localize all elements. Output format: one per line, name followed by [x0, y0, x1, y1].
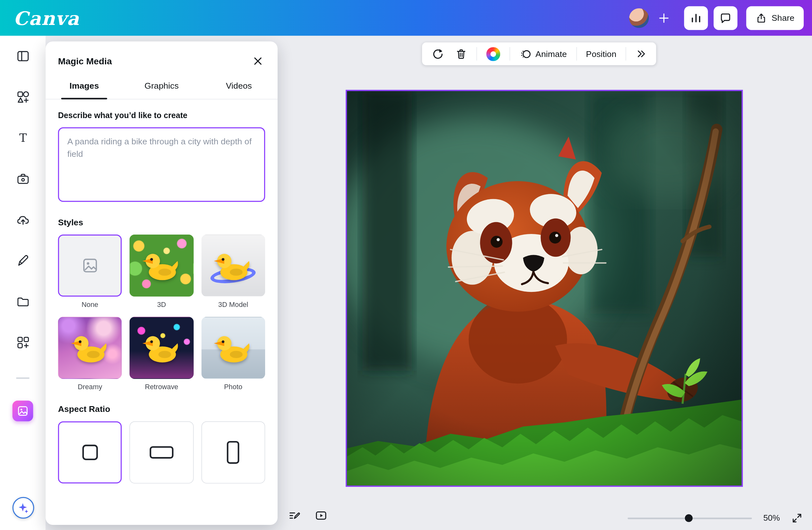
style-thumb-3d [130, 235, 193, 297]
aspect-option-landscape[interactable] [130, 422, 193, 484]
canva-editor: Canva [0, 0, 812, 530]
sidebar-item-apps[interactable] [0, 322, 45, 363]
styles-grid: None 3D 3D Model [58, 235, 265, 391]
more-tools-button[interactable] [632, 45, 651, 63]
color-wheel-icon [487, 47, 501, 61]
sidebar-item-design[interactable] [0, 36, 45, 77]
color-picker-button[interactable] [482, 45, 505, 63]
duck-illustration [143, 333, 181, 365]
close-icon [252, 56, 263, 66]
aspect-thumb-landscape [130, 422, 193, 484]
animate-icon [519, 48, 531, 60]
tab-graphics[interactable]: Graphics [123, 74, 200, 99]
share-label: Share [772, 13, 794, 23]
text-icon: T [16, 131, 30, 145]
style-thumb-retrowave [130, 317, 193, 379]
style-option-retrowave[interactable]: Retrowave [130, 317, 193, 391]
panel-header: Magic Media [45, 41, 278, 73]
aspect-ratio-grid [58, 422, 265, 484]
position-label: Position [586, 49, 617, 59]
position-button[interactable]: Position [582, 45, 621, 63]
media-type-tabs: Images Graphics Videos [45, 74, 278, 100]
portrait-ratio-icon [227, 441, 240, 464]
style-label: 3D [130, 301, 193, 309]
style-thumb-photo [201, 317, 265, 379]
duck-illustration [214, 333, 252, 365]
sidebar-item-draw[interactable] [0, 240, 45, 281]
duck-illustration [143, 251, 181, 283]
trash-icon [455, 48, 467, 60]
style-option-3d[interactable]: 3D [130, 235, 193, 309]
zoom-slider[interactable] [627, 517, 752, 519]
generated-image-red-panda[interactable] [347, 91, 742, 486]
document-controls [284, 506, 331, 525]
plus-icon [658, 12, 670, 24]
fullscreen-button[interactable] [791, 512, 803, 524]
presentation-play-icon [315, 509, 327, 522]
toolbar-divider [476, 47, 477, 60]
duck-illustration [71, 333, 109, 365]
magic-media-icon [17, 405, 29, 417]
tab-images[interactable]: Images [45, 74, 123, 99]
aspect-thumb-portrait [201, 422, 265, 484]
pen-icon [16, 254, 30, 268]
canva-assistant-button[interactable] [13, 497, 34, 519]
style-thumb-none [58, 235, 122, 297]
sidebar-item-uploads[interactable] [0, 200, 45, 240]
regenerate-button[interactable] [427, 45, 448, 63]
notes-button[interactable] [284, 506, 304, 525]
zoom-controls: 50% [627, 512, 803, 524]
comments-button[interactable] [714, 6, 737, 30]
prompt-input[interactable] [58, 127, 265, 202]
share-upload-icon [756, 12, 767, 24]
context-toolbar: Animate Position [422, 43, 656, 65]
sparkle-icon [17, 501, 29, 514]
add-member-button[interactable] [654, 9, 673, 27]
duck-illustration [214, 251, 252, 283]
zoom-slider-knob[interactable] [684, 514, 692, 522]
animate-label: Animate [535, 49, 567, 59]
close-panel-button[interactable] [251, 54, 265, 68]
design-icon [16, 49, 30, 63]
styles-label: Styles [58, 217, 265, 227]
style-option-3d-model[interactable]: 3D Model [201, 235, 265, 309]
top-bar-actions: Share [629, 6, 804, 30]
style-option-dreamy[interactable]: Dreamy [58, 317, 122, 391]
canva-logo[interactable]: Canva [13, 9, 79, 27]
style-label: Dreamy [58, 383, 122, 391]
shapes-icon [16, 90, 30, 104]
sidebar-item-elements[interactable] [0, 76, 45, 117]
aspect-option-portrait[interactable] [201, 422, 265, 484]
style-label: Retrowave [130, 383, 193, 391]
style-thumb-dreamy [58, 317, 122, 379]
toolbar-divider [509, 47, 510, 60]
image-placeholder-icon [82, 257, 98, 274]
bar-chart-icon [690, 12, 702, 24]
magic-media-panel: Magic Media Images Graphics Videos Descr… [45, 41, 278, 525]
sidebar: T [0, 36, 45, 530]
style-label: None [58, 301, 122, 309]
notes-icon [288, 509, 300, 522]
sidebar-item-text[interactable]: T [0, 117, 45, 159]
delete-button[interactable] [451, 45, 471, 63]
sidebar-item-magic-media[interactable] [13, 401, 33, 422]
prompt-label: Describe what you’d like to create [58, 111, 265, 120]
chat-bubble-icon [719, 12, 731, 24]
style-option-none[interactable]: None [58, 235, 122, 309]
square-ratio-icon [82, 444, 98, 460]
sidebar-item-projects[interactable] [0, 281, 45, 322]
panel-title: Magic Media [58, 56, 112, 67]
tab-videos[interactable]: Videos [200, 74, 278, 99]
insights-button[interactable] [684, 6, 708, 30]
style-option-photo[interactable]: Photo [201, 317, 265, 391]
animate-button[interactable]: Animate [515, 45, 571, 63]
toolbar-divider [576, 47, 577, 60]
present-button[interactable] [310, 506, 331, 525]
avatar[interactable] [629, 8, 649, 28]
sidebar-item-brand[interactable] [0, 159, 45, 200]
aspect-option-square[interactable] [58, 422, 122, 484]
toolbar-divider [626, 47, 626, 60]
panel-body: Describe what you’d like to create Style… [45, 111, 278, 483]
share-button[interactable]: Share [746, 6, 804, 30]
cloud-upload-icon [16, 213, 30, 227]
